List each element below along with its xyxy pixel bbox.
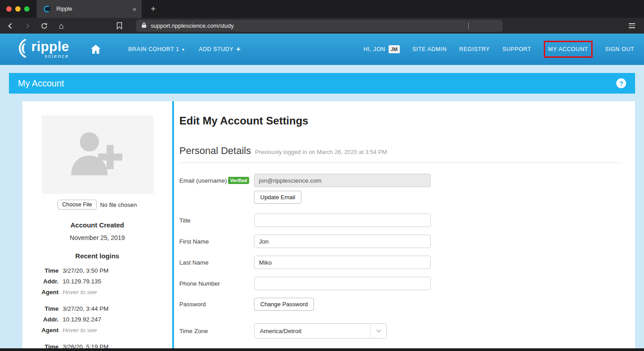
section-divider xyxy=(179,163,622,163)
logo-sub-text: science xyxy=(45,54,69,59)
login-addr-label: Addr. xyxy=(34,276,59,287)
nav-link-my-account[interactable]: MY ACCOUNT xyxy=(548,46,588,52)
first-name-label: First Name xyxy=(179,238,254,245)
account-created-date: November 25, 2019 xyxy=(34,234,161,241)
new-tab-button[interactable]: + xyxy=(151,4,156,14)
login-agent-value[interactable]: Hover to see xyxy=(63,287,161,298)
logo-main-text: ripple xyxy=(31,40,69,53)
account-created-heading: Account Created xyxy=(34,221,161,229)
app-home-icon[interactable] xyxy=(91,45,101,54)
login-addr-label: Addr. xyxy=(34,314,59,325)
phone-row: Phone Number xyxy=(179,277,622,290)
choose-file-button[interactable]: Choose File xyxy=(58,200,97,210)
tab-title: Ripple xyxy=(56,6,128,12)
account-form: Email (username)Verified Update Email Ti… xyxy=(179,174,622,348)
password-label: Password xyxy=(179,301,254,308)
login-entry: Time 3/26/20, 5:19 PM Addr. 10.129.92.24… xyxy=(34,342,161,348)
update-email-row: Update Email xyxy=(179,191,622,204)
window-minimize-button[interactable] xyxy=(15,6,21,12)
browser-toolbar: ⌂ support.ripplescience.com/study xyxy=(0,18,644,34)
study-dropdown[interactable]: BRAIN COHORT 1 ▾ xyxy=(128,46,185,52)
email-row: Email (username)Verified xyxy=(179,174,622,187)
phone-label: Phone Number xyxy=(179,280,254,287)
nav-link-support[interactable]: SUPPORT xyxy=(502,46,531,52)
forward-icon[interactable] xyxy=(22,21,32,31)
window-controls xyxy=(0,6,37,12)
annotation-highlight: MY ACCOUNT xyxy=(544,41,593,58)
nav-link-registry[interactable]: REGISTRY xyxy=(459,46,490,52)
avatar: JM xyxy=(389,45,400,53)
window-bottom-edge xyxy=(0,348,644,351)
nav-link-site-admin[interactable]: SITE ADMIN xyxy=(412,46,447,52)
login-agent-label: Agent xyxy=(34,287,59,298)
login-time-row: Time 3/27/20, 3:50 PM xyxy=(34,265,161,276)
login-addr-row: Addr. 10.129.92.247 xyxy=(34,314,161,325)
timezone-row: Time Zone America/Detroit xyxy=(179,323,622,338)
login-time-label: Time xyxy=(34,342,59,348)
login-agent-label: Agent xyxy=(34,325,59,336)
verified-badge: Verified xyxy=(228,177,250,184)
content-area: Choose File No file chosen Account Creat… xyxy=(22,101,635,348)
app-nav: ripple science BRAIN COHORT 1 ▾ ADD STUD… xyxy=(0,34,644,65)
add-study-button[interactable]: ADD STUDY + xyxy=(199,46,241,52)
nav-link-sign-out[interactable]: SIGN OUT xyxy=(605,46,634,52)
profile-sidebar: Choose File No file chosen Account Creat… xyxy=(22,101,172,348)
login-time-row: Time 3/27/20, 3:44 PM xyxy=(34,304,161,314)
tab-close-icon[interactable]: × xyxy=(132,5,136,13)
login-agent-value[interactable]: Hover to see xyxy=(63,325,161,336)
login-agent-row: Agent Hover to see xyxy=(34,287,161,298)
last-name-row: Last Name xyxy=(179,256,622,269)
menu-icon[interactable] xyxy=(629,23,635,28)
text-cursor xyxy=(468,22,469,29)
settings-panel: Edit My Account Settings Personal Detail… xyxy=(174,101,635,348)
timezone-value: America/Detroit xyxy=(254,328,370,334)
logo-text: ripple science xyxy=(31,40,69,59)
timezone-select[interactable]: America/Detroit xyxy=(254,323,387,338)
login-agent-row: Agent Hover to see xyxy=(34,325,161,336)
profile-photo-placeholder xyxy=(42,116,153,194)
login-addr-row: Addr. 10.129.79.135 xyxy=(34,276,161,287)
app-nav-right: HI, JON JM SITE ADMIN REGISTRY SUPPORT M… xyxy=(364,41,634,58)
email-field[interactable] xyxy=(254,174,431,187)
back-icon[interactable] xyxy=(5,21,15,31)
password-row: Password Change Password xyxy=(179,298,622,311)
change-password-button[interactable]: Change Password xyxy=(254,298,314,311)
window-close-button[interactable] xyxy=(6,6,12,12)
login-time-row: Time 3/26/20, 5:19 PM xyxy=(34,342,161,348)
help-icon[interactable]: ? xyxy=(616,78,626,88)
last-login-note: Previously logged in on March 26, 2020 a… xyxy=(255,149,387,155)
bookmark-icon[interactable] xyxy=(114,21,124,31)
timezone-label: Time Zone xyxy=(179,328,254,334)
browser-tab[interactable]: Ripple × xyxy=(37,0,142,18)
login-time-value: 3/27/20, 3:50 PM xyxy=(63,265,161,276)
photo-upload-row: Choose File No file chosen xyxy=(34,200,161,210)
lock-icon xyxy=(141,22,147,30)
title-field[interactable] xyxy=(254,214,431,227)
update-email-button[interactable]: Update Email xyxy=(254,191,301,204)
email-label: Email (username)Verified xyxy=(179,177,254,184)
phone-field[interactable] xyxy=(254,277,431,290)
no-file-text: No file chosen xyxy=(100,201,137,208)
window-zoom-button[interactable] xyxy=(24,6,30,12)
login-time-label: Time xyxy=(34,304,59,314)
tab-favicon xyxy=(42,4,52,14)
first-name-field[interactable] xyxy=(254,235,431,248)
page-title-bar: My Account ? xyxy=(9,73,635,94)
login-time-label: Time xyxy=(34,265,59,276)
url-bar[interactable]: support.ripplescience.com/study xyxy=(136,20,503,32)
recent-logins-heading: Recent logins xyxy=(34,252,161,260)
ripple-logo[interactable]: ripple science xyxy=(10,38,69,61)
greeting-text: HI, JON xyxy=(364,46,386,52)
last-name-field[interactable] xyxy=(254,256,431,269)
add-study-label: ADD STUDY xyxy=(199,46,234,52)
login-entry: Time 3/27/20, 3:50 PM Addr. 10.129.79.13… xyxy=(34,265,161,298)
login-addr-value: 10.129.79.135 xyxy=(63,276,161,287)
title-label: Title xyxy=(179,217,254,224)
browser-home-icon[interactable]: ⌂ xyxy=(56,21,66,31)
login-entry: Time 3/27/20, 3:44 PM Addr. 10.129.92.24… xyxy=(34,304,161,336)
browser-tab-strip: Ripple × + xyxy=(0,0,644,18)
first-name-row: First Name xyxy=(179,235,622,248)
reload-icon[interactable] xyxy=(39,21,49,31)
study-dropdown-label: BRAIN COHORT 1 xyxy=(128,46,179,52)
login-time-value: 3/27/20, 3:44 PM xyxy=(63,304,161,314)
